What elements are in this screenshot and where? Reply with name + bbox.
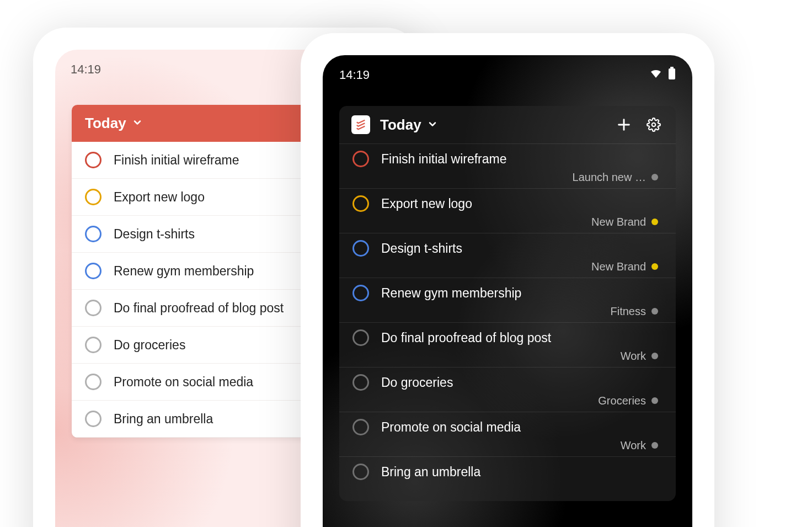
task-project-label: New Brand <box>591 216 646 228</box>
task-checkbox[interactable] <box>352 464 369 480</box>
svg-point-5 <box>652 123 656 127</box>
battery-icon <box>668 67 676 83</box>
chevron-down-icon <box>132 115 143 132</box>
task-checkbox[interactable] <box>85 374 101 390</box>
task-checkbox[interactable] <box>85 411 101 427</box>
task-checkbox[interactable] <box>85 300 101 316</box>
task-title: Promote on social media <box>114 375 253 390</box>
todoist-app-icon[interactable] <box>351 115 370 134</box>
task-row[interactable]: Do groceriesGroceries <box>339 367 676 412</box>
project-color-dot <box>651 442 658 449</box>
view-title-button[interactable]: Today <box>380 116 438 134</box>
task-title: Bring an umbrella <box>114 412 213 427</box>
task-project-label: Groceries <box>598 395 646 407</box>
task-title: Export new logo <box>381 196 472 211</box>
task-title: Do groceries <box>381 375 453 390</box>
task-checkbox[interactable] <box>85 226 101 242</box>
task-row[interactable]: Do final proofread of blog postWork <box>339 322 676 367</box>
status-time: 14:19 <box>71 62 101 77</box>
settings-button[interactable] <box>644 115 664 135</box>
task-title: Finish initial wireframe <box>381 152 507 167</box>
project-color-dot <box>651 263 658 270</box>
task-row[interactable]: Renew gym membershipFitness <box>339 278 676 322</box>
task-checkbox[interactable] <box>352 285 369 301</box>
task-project-label: Work <box>621 439 646 452</box>
task-title: Design t-shirts <box>114 227 195 242</box>
project-color-dot <box>651 174 658 180</box>
task-project-label: New Brand <box>591 260 646 273</box>
add-task-button[interactable] <box>614 115 634 135</box>
project-color-dot <box>651 308 658 315</box>
status-bar-dark: 14:19 <box>323 55 692 95</box>
task-title: Do final proofread of blog post <box>381 331 551 345</box>
project-color-dot <box>651 219 658 225</box>
chevron-down-icon <box>427 116 438 134</box>
task-checkbox[interactable] <box>85 263 101 279</box>
widget-header-dark: Today <box>339 106 676 143</box>
task-checkbox[interactable] <box>352 419 369 435</box>
task-checkbox[interactable] <box>352 374 369 391</box>
task-row[interactable]: Design t-shirtsNew Brand <box>339 233 676 278</box>
task-checkbox[interactable] <box>85 337 101 353</box>
task-title: Renew gym membership <box>381 286 521 301</box>
task-title: Finish initial wireframe <box>114 153 239 168</box>
task-title: Do groceries <box>114 338 185 353</box>
task-row[interactable]: Export new logoNew Brand <box>339 188 676 233</box>
task-project-label: Fitness <box>611 305 646 318</box>
task-checkbox[interactable] <box>352 151 369 167</box>
view-title: Today <box>85 115 126 132</box>
task-project-label: Work <box>621 350 646 363</box>
task-title: Renew gym membership <box>114 264 254 279</box>
task-project-label: Launch new … <box>573 171 646 184</box>
task-title: Design t-shirts <box>381 241 462 256</box>
task-title: Export new logo <box>114 190 205 205</box>
view-title: Today <box>380 116 421 134</box>
status-time: 14:19 <box>339 68 370 82</box>
todo-widget-dark: Today Finish initial wireframeLaunch new… <box>339 106 676 501</box>
task-checkbox[interactable] <box>85 152 101 168</box>
wifi-icon <box>649 67 663 83</box>
svg-rect-0 <box>669 68 675 79</box>
task-row[interactable]: Bring an umbrella <box>339 456 676 501</box>
task-title: Do final proofread of blog post <box>114 301 284 316</box>
device-frame-dark: 14:19 Today <box>301 33 714 527</box>
task-row[interactable]: Promote on social mediaWork <box>339 412 676 456</box>
task-list-dark: Finish initial wireframeLaunch new …Expo… <box>339 143 676 501</box>
task-row[interactable]: Finish initial wireframeLaunch new … <box>339 143 676 188</box>
task-title: Promote on social media <box>381 420 521 435</box>
task-checkbox[interactable] <box>352 329 369 346</box>
project-color-dot <box>651 397 658 404</box>
task-checkbox[interactable] <box>352 240 369 257</box>
task-checkbox[interactable] <box>85 189 101 205</box>
project-color-dot <box>651 353 658 359</box>
svg-rect-1 <box>670 67 674 68</box>
task-title: Bring an umbrella <box>381 465 480 480</box>
task-checkbox[interactable] <box>352 195 369 212</box>
